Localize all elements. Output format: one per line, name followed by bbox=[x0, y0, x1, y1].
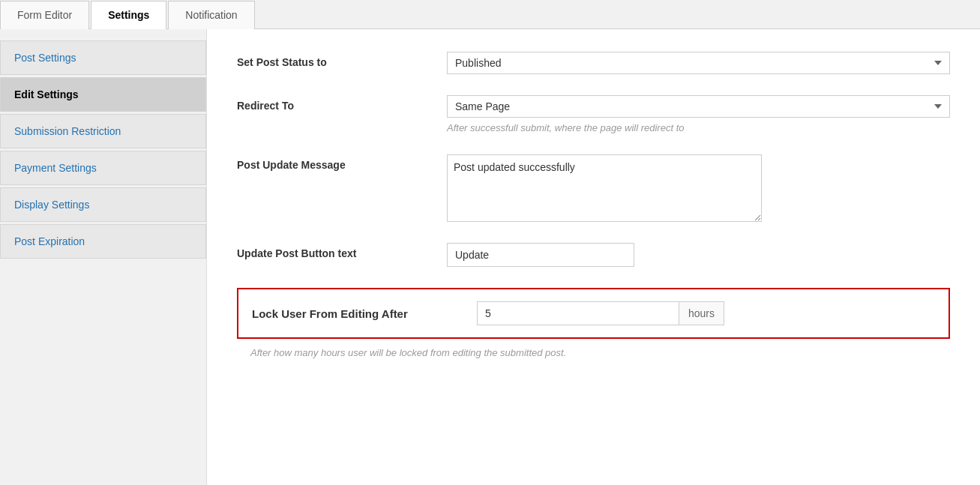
post-status-label: Set Post Status to bbox=[237, 52, 447, 68]
sidebar-item-payment-settings[interactable]: Payment Settings bbox=[0, 151, 206, 185]
sidebar-item-edit-settings[interactable]: Edit Settings bbox=[0, 77, 206, 112]
settings-panel: Set Post Status to Published Draft Pendi… bbox=[206, 29, 980, 485]
redirect-to-label: Redirect To bbox=[237, 95, 447, 112]
tab-notification[interactable]: Notification bbox=[168, 1, 254, 29]
sidebar-item-submission-restriction[interactable]: Submission Restriction bbox=[0, 114, 206, 148]
post-status-row: Set Post Status to Published Draft Pendi… bbox=[237, 52, 950, 74]
lock-user-hint: After how many hours user will be locked… bbox=[250, 347, 566, 358]
post-status-control: Published Draft Pending bbox=[447, 52, 950, 74]
post-update-message-control bbox=[447, 154, 950, 222]
update-button-text-control bbox=[447, 243, 950, 267]
redirect-hint: After successfull submit, where the page… bbox=[447, 122, 950, 133]
main-content: Post Settings Edit Settings Submission R… bbox=[0, 29, 980, 485]
post-status-select[interactable]: Published Draft Pending bbox=[447, 52, 950, 74]
tab-bar: Form Editor Settings Notification bbox=[0, 0, 980, 29]
lock-user-hint-wrapper: After how many hours user will be locked… bbox=[237, 346, 950, 358]
update-button-text-label: Update Post Button text bbox=[237, 243, 447, 259]
post-update-message-row: Post Update Message bbox=[237, 154, 950, 222]
lock-user-label: Lock User From Editing After bbox=[252, 307, 477, 320]
redirect-to-control: Same Page Custom URL Homepage After succ… bbox=[447, 95, 950, 133]
update-button-text-row: Update Post Button text bbox=[237, 243, 950, 267]
sidebar-item-post-settings[interactable]: Post Settings bbox=[0, 40, 206, 75]
lock-user-unit: hours bbox=[679, 301, 724, 325]
post-update-message-label: Post Update Message bbox=[237, 154, 447, 171]
tab-form-editor[interactable]: Form Editor bbox=[0, 1, 89, 29]
sidebar-item-post-expiration[interactable]: Post Expiration bbox=[0, 224, 206, 259]
redirect-to-row: Redirect To Same Page Custom URL Homepag… bbox=[237, 95, 950, 133]
update-button-text-input[interactable] bbox=[447, 243, 634, 267]
lock-user-row: Lock User From Editing After hours bbox=[237, 288, 950, 339]
sidebar: Post Settings Edit Settings Submission R… bbox=[0, 29, 206, 485]
lock-user-hours-input[interactable] bbox=[477, 301, 679, 325]
redirect-to-select[interactable]: Same Page Custom URL Homepage bbox=[447, 95, 950, 118]
page-wrapper: Form Editor Settings Notification Post S… bbox=[0, 0, 980, 485]
lock-user-input-group: hours bbox=[477, 301, 724, 325]
tab-settings[interactable]: Settings bbox=[91, 1, 166, 29]
post-update-message-textarea[interactable] bbox=[447, 154, 762, 222]
sidebar-item-display-settings[interactable]: Display Settings bbox=[0, 187, 206, 222]
